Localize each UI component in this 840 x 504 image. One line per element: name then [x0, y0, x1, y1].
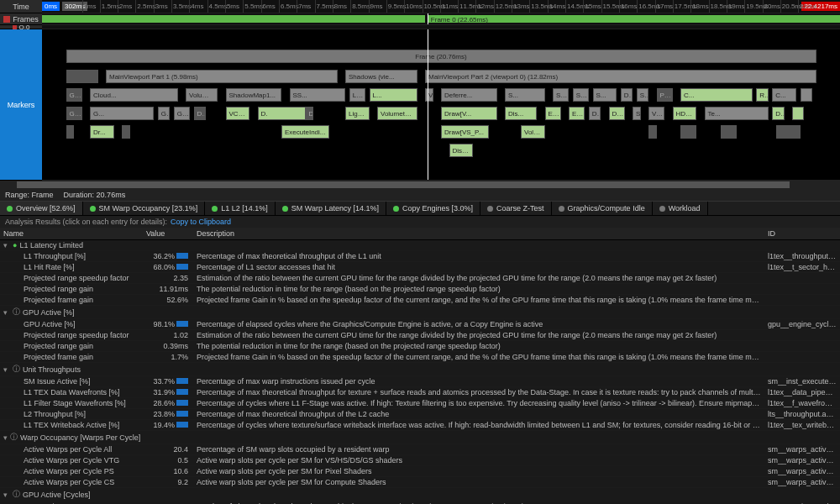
marker-bar[interactable]: Draw[V... — [441, 107, 497, 120]
group-header[interactable]: ▾ⓘ GPU Active [%] — [0, 306, 143, 319]
marker-bar[interactable]: Reflec... — [756, 88, 768, 102]
group-header[interactable]: ▾● L1 Latency Limited — [0, 240, 143, 251]
marker-bar[interactable]: VCTraceTile... — [226, 107, 250, 120]
tab[interactable]: Copy Engines [3.0%] — [386, 202, 480, 215]
marker-bar[interactable]: C... — [772, 88, 796, 102]
marker-bar[interactable]: S... — [553, 88, 569, 102]
tab[interactable]: Coarse Z-Test — [480, 202, 552, 215]
marker-bar[interactable]: Dis... — [306, 107, 314, 120]
markers-row-label[interactable]: Markers — [0, 29, 42, 181]
time-ruler[interactable]: 0ms 302ms 22.4217ms 1ms1.5ms2ms2.5ms3ms3… — [42, 0, 840, 13]
marker-bar[interactable] — [776, 125, 801, 139]
tab[interactable]: Graphics/Compute Idle — [552, 202, 653, 215]
marker-bar[interactable]: L... — [370, 88, 417, 102]
metric-name[interactable]: Projected range gain — [0, 284, 143, 295]
markers-track[interactable]: Frame (20.76ms)MainViewport Part 1 (5.98… — [42, 29, 840, 181]
marker-bar[interactable]: D... — [772, 107, 784, 120]
marker-bar[interactable] — [648, 125, 657, 139]
marker-bar[interactable]: VolumetricFo... — [377, 107, 417, 120]
col-id[interactable]: ID — [764, 228, 840, 240]
marker-bar[interactable]: S... — [505, 88, 545, 102]
playhead[interactable]: 10.9633ms — [428, 13, 428, 24]
marker-bar[interactable]: D... — [609, 107, 625, 120]
marker-bar[interactable]: SS... — [573, 88, 589, 102]
frames-track[interactable]: Frame 0 (22.65ms) 10.9633ms — [42, 13, 840, 25]
metric-name[interactable]: Active Warps per Cycle PS — [0, 466, 143, 477]
metric-name[interactable]: Active Warps per Cycle All — [0, 444, 143, 455]
col-value[interactable]: Value — [143, 228, 193, 240]
tab[interactable]: Overview [52.6%] — [0, 202, 83, 215]
marker-bar[interactable]: Draw... — [194, 107, 206, 120]
tab[interactable]: L1 L2 [14.1%] — [205, 202, 276, 215]
metric-name[interactable]: L1 TEX Writeback Active [%] — [0, 420, 143, 431]
marker-bar[interactable]: Dis... — [505, 107, 537, 120]
metric-name[interactable]: L1 Throughput [%] — [0, 251, 143, 262]
marker-bar[interactable]: VolumetricClo... — [186, 88, 218, 102]
metric-name[interactable]: Projected range speedup factor — [0, 273, 143, 284]
marker-bar[interactable]: Volu... — [521, 125, 545, 139]
marker-bar[interactable]: MainViewport Part 2 (viewport 0) (12.82m… — [425, 70, 816, 83]
metric-name[interactable]: Active Warps per Cycle CS — [0, 477, 143, 488]
marker-bar[interactable] — [792, 107, 804, 120]
marker-bar[interactable]: S... — [637, 88, 648, 102]
marker-bar[interactable]: Disp... — [449, 144, 474, 157]
marker-bar[interactable]: G... — [90, 107, 154, 120]
marker-bar[interactable]: SS... — [290, 88, 346, 102]
metric-name[interactable]: L1 Hit Rate [%] — [0, 262, 143, 273]
marker-bar[interactable]: GBuffers (3.89ms) — [66, 88, 82, 102]
playhead-marker[interactable] — [428, 29, 428, 180]
marker-bar[interactable]: D... — [621, 88, 633, 102]
marker-bar[interactable]: Te... — [705, 107, 769, 120]
tab[interactable]: SM Warp Latency [14.1%] — [276, 202, 386, 215]
marker-bar[interactable]: ShadowMap1... — [226, 88, 282, 102]
marker-bar[interactable] — [122, 125, 130, 139]
metric-name[interactable]: Projected range gain — [0, 341, 143, 352]
copy-to-clipboard-link[interactable]: Copy to Clipboard — [171, 218, 231, 226]
marker-bar[interactable]: Shadows (vie... — [345, 70, 417, 83]
metric-name[interactable]: L1 Filter Stage Wavefronts [%] — [0, 398, 143, 409]
marker-bar[interactable]: MainViewport Part 1 (5.98ms) — [106, 70, 338, 83]
marker-bar[interactable]: Dr... — [90, 125, 114, 139]
marker-bar[interactable] — [721, 125, 737, 139]
metric-name[interactable]: Projected frame gain — [0, 295, 143, 306]
marker-bar[interactable]: HDRLighting (1.3... — [673, 107, 697, 120]
marker-bar[interactable]: Deferre... — [441, 88, 497, 102]
marker-bar[interactable]: G... — [174, 107, 190, 120]
marker-bar[interactable]: ExecuteIndi... — [281, 125, 329, 139]
metric-name[interactable]: L1 TEX Data Wavefronts [%] — [0, 387, 143, 398]
tab[interactable]: Workload — [653, 202, 708, 215]
marker-bar[interactable]: E... — [545, 107, 561, 120]
group-header[interactable]: ▾ⓘ Unit Throughputs — [0, 363, 143, 376]
timeline-scrollbar[interactable] — [0, 181, 840, 189]
marker-bar[interactable]: Dis... — [589, 107, 601, 120]
group-header[interactable]: ▾ⓘ Warp Occupancy [Warps Per Cycle] — [0, 431, 143, 444]
marker-bar[interactable]: Vol... — [648, 107, 664, 120]
col-name[interactable]: Name — [0, 228, 143, 240]
marker-bar[interactable] — [801, 88, 812, 102]
marker-bar[interactable] — [680, 125, 696, 139]
marker-bar[interactable]: VolumetricCl... — [425, 88, 433, 102]
marker-bar[interactable]: GB... — [158, 107, 170, 120]
marker-bar[interactable]: GBuffer (1.68ms) — [66, 107, 82, 120]
group-header[interactable]: ▾ⓘ GPU Active [Cycles] — [0, 488, 143, 501]
marker-bar[interactable]: PostFx (1.90ms) — [657, 88, 673, 102]
marker-bar[interactable]: Cloud... — [90, 88, 178, 102]
marker-bar[interactable]: LightProbe (1... — [349, 88, 365, 102]
marker-bar[interactable]: Draw[VS_P... — [441, 125, 489, 139]
marker-bar[interactable]: LightProbe... — [345, 107, 370, 120]
metric-name[interactable]: L2 Throughput [%] — [0, 409, 143, 420]
frame-bar[interactable]: Frame 0 (22.65ms) — [428, 15, 840, 23]
marker-bar[interactable]: S... — [593, 88, 617, 102]
metric-name[interactable]: SM Issue Active [%] — [0, 376, 143, 387]
col-desc[interactable]: Description — [193, 228, 764, 240]
marker-bar[interactable]: S... — [633, 107, 641, 120]
metric-name[interactable]: Active Warps per Cycle VTG — [0, 455, 143, 466]
tab[interactable]: SM Warp Occupancy [23.1%] — [83, 202, 206, 215]
marker-bar[interactable]: D. — [258, 107, 306, 120]
analysis-grid[interactable]: ▾● L1 Latency LimitedL1 Throughput [%]36… — [0, 240, 840, 504]
metric-name[interactable]: Projected frame gain — [0, 352, 143, 363]
metric-name[interactable]: Projected range speedup factor — [0, 330, 143, 341]
marker-bar[interactable]: E... — [569, 107, 585, 120]
metric-name[interactable]: GPU Active [%] — [0, 319, 143, 330]
marker-bar[interactable] — [66, 70, 98, 83]
